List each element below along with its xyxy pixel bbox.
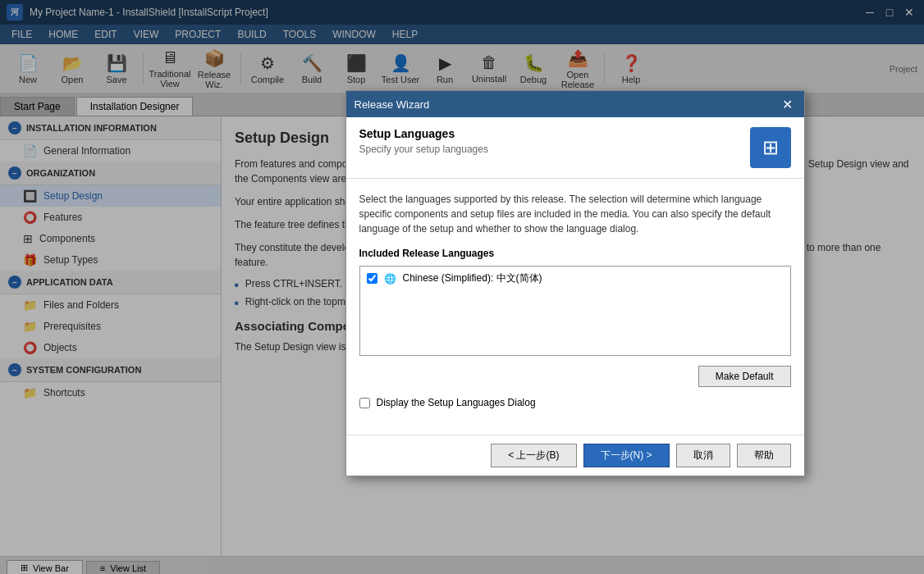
dialog-header-icon: ⊞ [750,127,791,168]
dialog-title: Release Wizard [355,98,430,111]
dialog-header-text: Setup Languages Specify your setup langu… [359,127,488,155]
dialog-overlay: Release Wizard ✕ Setup Languages Specify… [0,0,924,574]
dialog-description: Select the languages supported by this r… [359,192,791,236]
dialog-body: Select the languages supported by this r… [346,179,804,435]
display-dialog-checkbox-row: Display the Setup Languages Dialog [359,397,791,408]
make-default-container: Make Default [359,366,791,387]
setup-icon: ⊞ [762,136,779,159]
dialog-titlebar: Release Wizard ✕ [346,91,804,117]
language-checkbox-chinese[interactable] [367,273,377,284]
next-button[interactable]: 下一步(N) > [583,444,670,467]
language-label-chinese: Chinese (Simplified): 中文(简体) [403,271,542,285]
dialog-section-label: Included Release Languages [359,248,791,259]
prev-button[interactable]: < 上一步(B) [491,444,576,467]
make-default-button[interactable]: Make Default [698,366,791,387]
language-item-chinese: 🌐 Chinese (Simplified): 中文(简体) [364,270,787,287]
dialog-close-button[interactable]: ✕ [780,96,796,112]
language-list: 🌐 Chinese (Simplified): 中文(简体) [359,266,791,356]
dialog-header: Setup Languages Specify your setup langu… [346,117,804,179]
display-dialog-label: Display the Setup Languages Dialog [377,397,536,408]
dialog-header-subtitle: Specify your setup languages [359,144,488,155]
cancel-button[interactable]: 取消 [676,444,730,467]
chinese-flag-icon: 🌐 [384,273,396,285]
release-wizard-dialog: Release Wizard ✕ Setup Languages Specify… [345,90,805,476]
dialog-footer: < 上一步(B) 下一步(N) > 取消 帮助 [346,435,804,476]
dialog-header-title: Setup Languages [359,127,488,140]
display-languages-dialog-checkbox[interactable] [359,398,370,408]
help-dialog-button[interactable]: 帮助 [737,444,791,467]
